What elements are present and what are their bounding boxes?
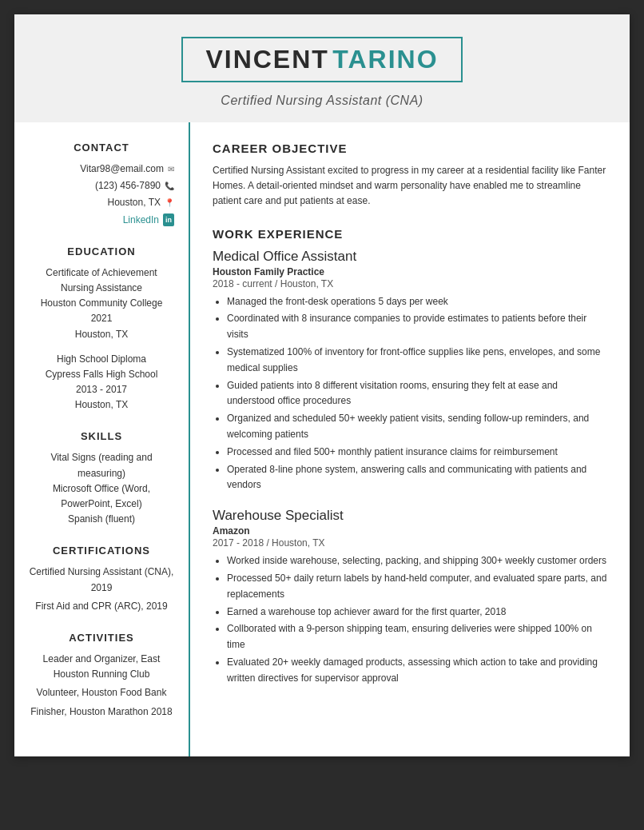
list-item: Earned a warehouse top achiever award fo… <box>227 605 607 621</box>
activities-content: Leader and Organizer, East Houston Runni… <box>29 652 174 720</box>
list-item: Operated 8-line phone system, answering … <box>227 462 607 494</box>
job2-company: Amazon <box>213 525 607 537</box>
email-item: Vitar98@email.com ✉ <box>29 162 174 177</box>
activities-section: ACTIVITIES Leader and Organizer, East Ho… <box>29 632 174 720</box>
contact-content: Vitar98@email.com ✉ (123) 456-7890 📞 Hou… <box>29 162 174 228</box>
edu-entry-2: High School Diploma Cypress Falls High S… <box>29 352 174 413</box>
linkedin-icon: in <box>163 213 174 226</box>
list-item: Organized and scheduled 50+ weekly patie… <box>227 411 607 443</box>
education-title: EDUCATION <box>29 245 174 257</box>
contact-section: CONTACT Vitar98@email.com ✉ (123) 456-78… <box>29 142 174 228</box>
activity-2: Volunteer, Houston Food Bank <box>29 685 174 700</box>
sidebar: CONTACT Vitar98@email.com ✉ (123) 456-78… <box>14 122 190 756</box>
phone-icon: 📞 <box>165 180 174 193</box>
list-item: Coordinated with 8 insurance companies t… <box>227 311 607 343</box>
education-section: EDUCATION Certificate of Achievement Nur… <box>29 245 174 413</box>
job1-company: Houston Family Practice <box>213 266 607 277</box>
job2-dates: 2017 - 2018 / Houston, TX <box>213 537 607 549</box>
edu2-degree: High School Diploma <box>29 352 174 367</box>
email-icon: ✉ <box>168 163 174 176</box>
edu1-school: Houston Community College <box>29 296 174 311</box>
edu2-years: 2013 - 2017 <box>29 382 174 397</box>
list-item: Systematized 100% of inventory for front… <box>227 345 607 377</box>
job-entry-1: Medical Office Assistant Houston Family … <box>213 249 607 494</box>
main-content: CAREER OBJECTIVE Certified Nursing Assis… <box>190 122 630 756</box>
cert-2: First Aid and CPR (ARC), 2019 <box>29 599 174 614</box>
phone-text: (123) 456-7890 <box>95 178 161 194</box>
skill-3: Spanish (fluent) <box>29 512 174 527</box>
resume-body: CONTACT Vitar98@email.com ✉ (123) 456-78… <box>14 122 630 756</box>
list-item: Managed the front-desk operations 5 days… <box>227 294 607 310</box>
skills-title: SKILLS <box>29 430 174 442</box>
skill-2: Microsoft Office (Word, PowerPoint, Exce… <box>29 481 174 512</box>
skill-1: Vital Signs (reading and measuring) <box>29 450 174 481</box>
activity-3: Finisher, Houston Marathon 2018 <box>29 704 174 720</box>
certifications-content: Certified Nursing Assistant (CNA), 2019 … <box>29 565 174 614</box>
linkedin-label[interactable]: LinkedIn <box>123 213 159 228</box>
education-content: Certificate of Achievement Nursing Assis… <box>29 265 174 413</box>
email-text: Vitar98@email.com <box>80 162 164 177</box>
work-experience-title: WORK EXPERIENCE <box>213 227 607 242</box>
certifications-section: CERTIFICATIONS Certified Nursing Assista… <box>29 545 174 614</box>
name-box: VINCENT TARINO <box>181 37 462 82</box>
skills-section: SKILLS Vital Signs (reading and measurin… <box>29 430 174 527</box>
cert-1: Certified Nursing Assistant (CNA), 2019 <box>29 565 174 595</box>
first-name: VINCENT <box>205 45 328 74</box>
edu1-year: 2021 <box>29 311 174 326</box>
resume-header: VINCENT TARINO Certified Nursing Assista… <box>14 14 630 122</box>
edu1-degree: Certificate of Achievement <box>29 265 174 281</box>
job-entry-2: Warehouse Specialist Amazon 2017 - 2018 … <box>213 508 607 686</box>
list-item: Processed 50+ daily return labels by han… <box>227 571 607 603</box>
job2-bullets: Worked inside warehouse, selecting, pack… <box>213 553 607 686</box>
location-item: Houston, TX 📍 <box>29 195 174 210</box>
job1-dates: 2018 - current / Houston, TX <box>213 278 607 289</box>
last-name: TARINO <box>332 45 438 74</box>
activities-title: ACTIVITIES <box>29 632 174 644</box>
location-text: Houston, TX <box>108 195 161 210</box>
linkedin-item[interactable]: LinkedIn in <box>29 213 174 228</box>
work-experience-section: WORK EXPERIENCE Medical Office Assistant… <box>213 227 607 687</box>
career-objective-title: CAREER OBJECTIVE <box>213 142 607 157</box>
job1-bullets: Managed the front-desk operations 5 days… <box>213 294 607 494</box>
list-item: Collborated with a 9-person shipping tea… <box>227 621 607 653</box>
career-objective-section: CAREER OBJECTIVE Certified Nursing Assis… <box>213 142 607 209</box>
list-item: Processed and filed 500+ monthly patient… <box>227 445 607 461</box>
activity-1: Leader and Organizer, East Houston Runni… <box>29 652 174 682</box>
job2-title: Warehouse Specialist <box>213 508 607 524</box>
career-objective-text: Certified Nursing Assistant excited to p… <box>213 163 607 209</box>
list-item: Evaluated 20+ weekly damaged products, a… <box>227 655 607 687</box>
list-item: Guided patients into 8 different visitat… <box>227 378 607 410</box>
job1-title: Medical Office Assistant <box>213 249 607 265</box>
certifications-title: CERTIFICATIONS <box>29 545 174 557</box>
edu1-location: Houston, TX <box>29 327 174 342</box>
skills-content: Vital Signs (reading and measuring) Micr… <box>29 450 174 527</box>
phone-item: (123) 456-7890 📞 <box>29 178 174 194</box>
edu2-school: Cypress Falls High School <box>29 367 174 382</box>
list-item: Worked inside warehouse, selecting, pack… <box>227 553 607 569</box>
contact-title: CONTACT <box>29 142 174 154</box>
location-icon: 📍 <box>165 197 174 209</box>
job-title-header: Certified Nursing Assistant (CNA) <box>46 94 598 108</box>
edu-entry-1: Certificate of Achievement Nursing Assis… <box>29 265 174 342</box>
resume-container: VINCENT TARINO Certified Nursing Assista… <box>14 14 630 756</box>
edu1-field: Nursing Assistance <box>29 281 174 296</box>
edu2-location: Houston, TX <box>29 397 174 413</box>
